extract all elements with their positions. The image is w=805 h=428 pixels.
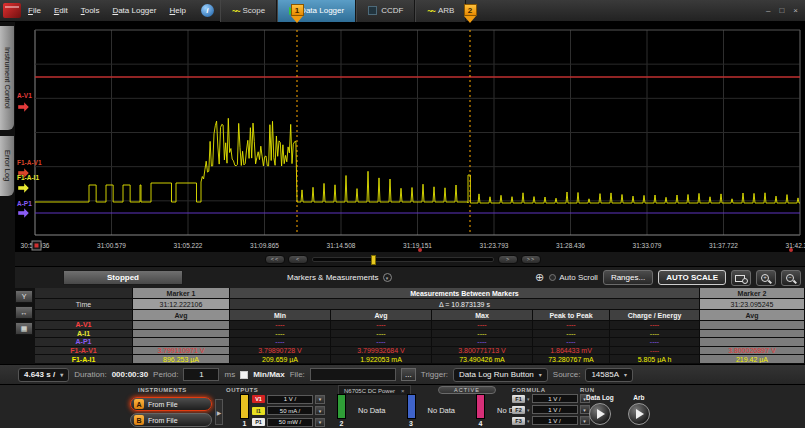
- channel-marker-icon-a-p1[interactable]: [18, 208, 29, 218]
- sidebar-tab-error-log[interactable]: Error Log: [0, 136, 14, 196]
- tab-scope[interactable]: ~~Scope: [220, 0, 277, 22]
- formula-select-icon[interactable]: ▾: [527, 396, 530, 402]
- formula-row-f3[interactable]: F3▾1 V /▾: [512, 416, 590, 425]
- sine-icon: ~~: [427, 6, 434, 16]
- channel-4-number: 4: [479, 420, 483, 427]
- file-input[interactable]: [310, 368, 396, 381]
- ranges-button[interactable]: Ranges...: [603, 270, 653, 285]
- menu-tools[interactable]: Tools: [81, 6, 100, 15]
- play-button-arb[interactable]: [628, 403, 650, 425]
- formula-f1-value[interactable]: 1 V /: [532, 394, 578, 403]
- tab-label: Data Logger: [300, 6, 344, 15]
- formula-badge-f1[interactable]: F1: [512, 395, 525, 403]
- tab-arb[interactable]: ~~ARB: [415, 0, 466, 22]
- marker-tool-button[interactable]: ↔: [15, 306, 33, 319]
- menu-help[interactable]: Help: [169, 6, 185, 15]
- i1-range-dropdown-icon[interactable]: ▾: [315, 406, 325, 415]
- run-state-button[interactable]: Stopped: [63, 270, 183, 285]
- tab-ccdf[interactable]: CCDF: [356, 0, 415, 22]
- output-channel-2[interactable]: 2No Data: [337, 394, 395, 427]
- zoom-out-icon[interactable]: −: [781, 270, 801, 286]
- play-button-data-log[interactable]: [589, 403, 611, 425]
- tab-label: CCDF: [381, 6, 403, 15]
- formula-select-icon[interactable]: ▾: [527, 407, 530, 413]
- trigger-dropdown[interactable]: Data Log Run Button▾: [453, 368, 548, 382]
- v1-range-value[interactable]: 1 V /: [267, 395, 313, 404]
- trigger-label: Trigger:: [421, 370, 448, 379]
- scroll-next-button[interactable]: >: [498, 255, 518, 264]
- cell-f1-a-i1-min: 209.659 µA: [230, 355, 331, 364]
- zoom-region-icon[interactable]: [731, 270, 751, 286]
- formula-f2-value[interactable]: 1 V /: [532, 405, 578, 414]
- scroll-prev-page-button[interactable]: <<: [265, 255, 285, 264]
- crosshair-icon[interactable]: ⊕: [535, 271, 544, 284]
- menu-data-logger[interactable]: Data Logger: [112, 6, 156, 15]
- auto-scale-button[interactable]: AUTO SCALE: [658, 270, 726, 285]
- scroll-next-page-button[interactable]: >>: [521, 255, 541, 264]
- output-channel-3[interactable]: 3No Data: [407, 394, 465, 427]
- x-tick-8: 31:33.079: [633, 242, 662, 249]
- source-dropdown[interactable]: 14585A▾: [585, 368, 633, 382]
- y-axis-tool-button[interactable]: Y: [15, 290, 33, 303]
- pane-layout-tool-button[interactable]: ▦: [15, 322, 33, 335]
- instrument-b-button[interactable]: BFrom File: [130, 413, 212, 427]
- close-button[interactable]: ×: [793, 6, 798, 15]
- marker2-time: 31:23.095245: [700, 299, 805, 310]
- period-unit: ms: [224, 370, 235, 379]
- col-header-max: Max: [432, 310, 533, 321]
- v1-range-dropdown-icon[interactable]: ▾: [315, 395, 325, 404]
- p1-range-dropdown-icon[interactable]: ▾: [315, 418, 325, 427]
- instrument-tab-close-icon[interactable]: ×: [401, 388, 405, 394]
- collapse-icon[interactable]: ▾: [383, 273, 392, 282]
- minmax-checkbox[interactable]: [240, 371, 248, 379]
- instrument-sources: AFrom FileBFrom File ▶: [130, 397, 223, 427]
- instrument-label: From File: [148, 401, 178, 408]
- scroll-prev-button[interactable]: <: [288, 255, 308, 264]
- formula-row-f1[interactable]: F1▾1 V /▾: [512, 394, 590, 403]
- formula-badge-f3[interactable]: F3: [512, 417, 525, 425]
- menu-edit[interactable]: Edit: [54, 6, 68, 15]
- auto-scroll-toggle[interactable]: Auto Scroll: [549, 273, 598, 282]
- sidebar-tab-instrument-control[interactable]: Instrument Control: [0, 26, 14, 130]
- formula-row-f2[interactable]: F2▾1 V /▾: [512, 405, 590, 414]
- marker1-header: Marker 1: [133, 288, 230, 299]
- timescale-dropdown[interactable]: 4.643 s /▾: [18, 368, 69, 382]
- channel-marker-icon-a-v1[interactable]: [18, 102, 29, 112]
- file-label: File:: [290, 370, 305, 379]
- instrument-label: From File: [148, 417, 178, 424]
- window-controls: – □ ×: [766, 6, 805, 15]
- browse-button[interactable]: ...: [401, 368, 416, 381]
- menu-file[interactable]: File: [28, 6, 41, 15]
- col-header-min: Min: [230, 310, 331, 321]
- marker-flag-1[interactable]: 1: [291, 4, 304, 23]
- datalog-settings-bar: 4.643 s /▾ Duration: 000:00:30 Period: 1…: [0, 364, 805, 384]
- channel-label-a-v1: A-V1: [17, 92, 32, 99]
- cell-a-i1-max: ----: [432, 330, 533, 339]
- restore-button[interactable]: □: [779, 6, 784, 15]
- channel-label-f1-a-i1: F1-A-I1: [17, 174, 39, 181]
- output-channel-1[interactable]: 1V11 V /▾I150 mA /▾P150 mW /▾: [240, 394, 325, 427]
- p1-range-value[interactable]: 50 mW /: [267, 418, 313, 427]
- formula-select-icon[interactable]: ▾: [527, 418, 530, 424]
- marker-flag-2[interactable]: 2: [464, 4, 477, 23]
- duration-label: Duration:: [74, 370, 106, 379]
- tab-markers-measurements[interactable]: Markers & Measurements ▾: [287, 273, 392, 282]
- scroll-handle[interactable]: [371, 255, 376, 265]
- i1-range-value[interactable]: 50 mA /: [267, 406, 313, 415]
- formula-badge-f2[interactable]: F2: [512, 406, 525, 414]
- tab-data-logger[interactable]: Data Logger: [277, 0, 356, 22]
- cell-a-p1-min: ----: [230, 338, 331, 347]
- waveform-chart[interactable]: A-V1F1-A-V1F1-A-I1A-P130:55.93631:00.579…: [15, 22, 805, 252]
- cell-f1-a-v1-avg: 3.799932684 V: [331, 347, 432, 356]
- info-icon[interactable]: i: [201, 4, 214, 17]
- instrument-expander-button[interactable]: ▶: [215, 399, 223, 425]
- channel-marker-icon-f1-a-i1[interactable]: [18, 183, 29, 193]
- period-input[interactable]: 1: [183, 368, 219, 381]
- zoom-in-icon[interactable]: +: [756, 270, 776, 286]
- formula-f3-value[interactable]: 1 V /: [532, 416, 578, 425]
- minimize-button[interactable]: –: [766, 6, 770, 15]
- instrument-a-button[interactable]: AFrom File: [130, 397, 212, 411]
- run-label-data-log: Data Log: [586, 394, 614, 401]
- cell-f1-a-v1-min: 3.79890728 V: [230, 347, 331, 356]
- scroll-track[interactable]: [312, 257, 494, 262]
